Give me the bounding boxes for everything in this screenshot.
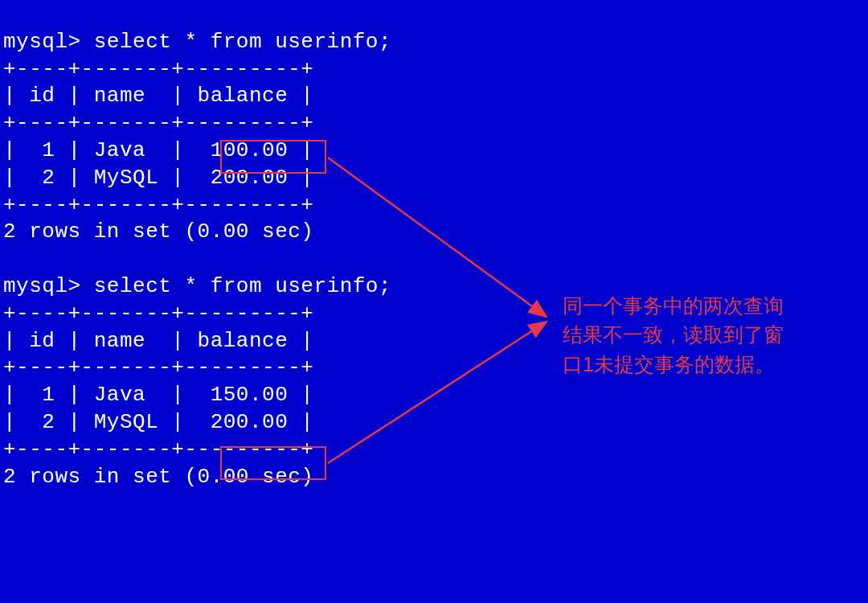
query-1-footer: 2 rows in set (0.00 sec) [3, 219, 313, 244]
annotation-line-3: 口1未提交事务的数据。 [563, 350, 784, 379]
query-2-row-1: | 1 | Java | 150.00 | [3, 383, 313, 407]
query-2-header: | id | name | balance | [3, 329, 313, 353]
query-1-sep-top: +----+-------+---------+ [3, 57, 313, 81]
query-2-prompt: mysql> select * from userinfo; [3, 274, 391, 298]
query-2-sep-mid: +----+-------+---------+ [3, 355, 313, 379]
query-1-sep-mid: +----+-------+---------+ [3, 111, 313, 135]
query-1-sep-bot: +----+-------+---------+ [3, 193, 313, 217]
query-2-sep-top: +----+-------+---------+ [3, 302, 313, 326]
annotation-line-1: 同一个事务中的两次查询 [563, 291, 784, 320]
query-2-footer: 2 rows in set (0.00 sec) [3, 465, 313, 489]
annotation-text: 同一个事务中的两次查询 结果不一致，读取到了窗 口1未提交事务的数据。 [563, 291, 784, 379]
query-1-row-1: | 1 | Java | 100.00 | [3, 138, 313, 162]
mysql-terminal: mysql> select * from userinfo; +----+---… [0, 0, 868, 490]
query-2-row-2: | 2 | MySQL | 200.00 | [3, 410, 313, 434]
query-1-header: | id | name | balance | [3, 84, 313, 108]
annotation-line-2: 结果不一致，读取到了窗 [563, 320, 784, 349]
query-1-row-2: | 2 | MySQL | 200.00 | [3, 166, 313, 190]
query-1-prompt: mysql> select * from userinfo; [3, 30, 391, 54]
query-2-sep-bot: +----+-------+---------+ [3, 437, 313, 461]
